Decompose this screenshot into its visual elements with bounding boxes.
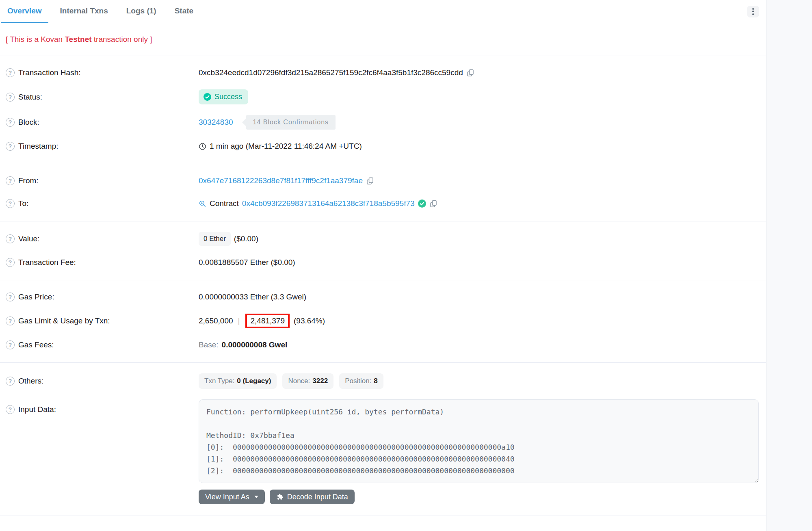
row-value: Base: 0.000000008 Gwei bbox=[199, 340, 287, 349]
to-address-link[interactable]: 0x4cb093f226983713164a62138c3f718a5b595f… bbox=[242, 199, 415, 208]
to-contract-text: Contract bbox=[210, 199, 239, 208]
kebab-dot bbox=[752, 8, 754, 10]
to-label: To: bbox=[18, 199, 28, 208]
nonce-badge: Nonce: 3222 bbox=[282, 373, 333, 389]
input-data-actions: View Input As Decode Input Data bbox=[199, 490, 759, 504]
help-icon[interactable]: ? bbox=[6, 234, 15, 243]
tab-state[interactable]: State bbox=[168, 0, 200, 23]
notice-suffix: transaction only ] bbox=[92, 35, 152, 43]
help-icon[interactable]: ? bbox=[6, 176, 15, 185]
contract-preview-magnifier-icon[interactable] bbox=[199, 200, 206, 208]
row-label: ? Status: bbox=[6, 93, 199, 102]
help-icon[interactable]: ? bbox=[6, 68, 15, 77]
help-icon[interactable]: ? bbox=[6, 258, 15, 267]
status-label: Status: bbox=[18, 93, 42, 102]
help-icon[interactable]: ? bbox=[6, 316, 15, 325]
help-icon[interactable]: ? bbox=[6, 93, 15, 102]
transaction-page: Overview Internal Txns Logs (1) State [ … bbox=[0, 0, 812, 531]
copy-icon[interactable] bbox=[429, 199, 437, 208]
gas-used-percent: (93.64%) bbox=[294, 316, 325, 325]
row-label: ? Gas Limit & Usage by Txn: bbox=[6, 316, 199, 325]
gas-fees-base-value: 0.000000008 Gwei bbox=[222, 340, 288, 349]
clock-icon bbox=[199, 143, 206, 150]
row-label: ? Block: bbox=[6, 118, 199, 127]
divider bbox=[0, 56, 766, 56]
gas-limit-label: Gas Limit & Usage by Txn: bbox=[18, 316, 110, 325]
row-input-data: ? Input Data: Function: performUpkeep(ui… bbox=[0, 399, 766, 504]
copy-icon[interactable] bbox=[466, 69, 474, 77]
transaction-hash-value: 0xcb324eedcd1d07296fdf3d215a2865275f159c… bbox=[199, 68, 463, 77]
row-label: ? To: bbox=[6, 199, 199, 208]
view-input-as-button[interactable]: View Input As bbox=[199, 490, 265, 504]
row-value: 0.0000000033 Ether (3.3 Gwei) bbox=[199, 293, 306, 301]
ether-value-badge: 0 Ether bbox=[199, 232, 231, 246]
decode-input-data-button[interactable]: Decode Input Data bbox=[270, 490, 355, 504]
help-icon[interactable]: ? bbox=[6, 142, 15, 151]
check-circle-icon bbox=[204, 93, 211, 101]
row-value: 0.0081885507 Ether ($0.00) bbox=[199, 258, 295, 267]
badge-key: Txn Type: bbox=[204, 377, 234, 385]
help-icon[interactable]: ? bbox=[6, 340, 15, 349]
help-icon[interactable]: ? bbox=[6, 405, 15, 414]
row-gas-limit-usage: ? Gas Limit & Usage by Txn: 2,650,000 | … bbox=[0, 314, 766, 328]
others-label: Others: bbox=[18, 377, 43, 386]
tab-internal-txns[interactable]: Internal Txns bbox=[54, 0, 115, 23]
row-others: ? Others: Txn Type: 0 (Legacy) Nonce: 32… bbox=[0, 373, 766, 389]
transaction-fee-value: 0.0081885507 Ether ($0.00) bbox=[199, 258, 295, 267]
row-gas-price: ? Gas Price: 0.0000000033 Ether (3.3 Gwe… bbox=[0, 291, 766, 303]
row-label: ? Transaction Fee: bbox=[6, 258, 199, 267]
from-address-link[interactable]: 0x647e7168122263d8e7f81f17fff9c2f1aa379f… bbox=[199, 176, 363, 185]
decode-input-data-label: Decode Input Data bbox=[287, 493, 348, 501]
transaction-fee-label: Transaction Fee: bbox=[18, 258, 76, 267]
row-transaction-fee: ? Transaction Fee: 0.0081885507 Ether ($… bbox=[0, 256, 766, 269]
row-value: 0xcb324eedcd1d07296fdf3d215a2865275f159c… bbox=[199, 68, 474, 77]
block-confirmations-badge: 14 Block Confirmations bbox=[246, 115, 336, 130]
badge-key: Nonce: bbox=[288, 377, 310, 385]
block-number-link[interactable]: 30324830 bbox=[199, 118, 233, 127]
transaction-hash-label: Transaction Hash: bbox=[18, 68, 80, 77]
chevron-down-icon bbox=[254, 496, 258, 498]
kebab-dot bbox=[752, 11, 754, 12]
divider bbox=[0, 516, 766, 516]
row-label: ? Others: bbox=[6, 377, 199, 386]
tab-overview[interactable]: Overview bbox=[1, 0, 48, 23]
row-value: 0 Ether ($0.00) bbox=[199, 232, 258, 246]
notice-prefix: [ This is a Kovan bbox=[6, 35, 65, 43]
testnet-notice: [ This is a Kovan Testnet transaction on… bbox=[6, 35, 766, 44]
page-background-strip bbox=[766, 0, 812, 531]
help-icon[interactable]: ? bbox=[6, 199, 15, 208]
divider bbox=[0, 164, 766, 164]
tab-bar: Overview Internal Txns Logs (1) State bbox=[0, 0, 766, 23]
copy-icon[interactable] bbox=[366, 177, 374, 185]
status-badge: Success bbox=[199, 89, 248, 104]
gas-fees-label: Gas Fees: bbox=[18, 340, 54, 349]
timestamp-label: Timestamp: bbox=[18, 142, 58, 151]
value-label: Value: bbox=[18, 234, 39, 243]
input-data-textarea[interactable]: Function: performUpkeep(uint256 id, byte… bbox=[199, 399, 759, 483]
row-block: ? Block: 30324830 14 Block Confirmations bbox=[0, 115, 766, 130]
row-value: 0x647e7168122263d8e7f81f17fff9c2f1aa379f… bbox=[199, 176, 374, 185]
gas-price-value: 0.0000000033 Ether (3.3 Gwei) bbox=[199, 293, 306, 301]
help-icon[interactable]: ? bbox=[6, 293, 15, 301]
input-data-area: Function: performUpkeep(uint256 id, byte… bbox=[199, 399, 759, 504]
row-value-eth: ? Value: 0 Ether ($0.00) bbox=[0, 232, 766, 246]
notice-highlight: Testnet bbox=[65, 35, 91, 43]
badge-value: 0 (Legacy) bbox=[237, 377, 271, 385]
row-label: ? Gas Fees: bbox=[6, 340, 199, 349]
help-icon[interactable]: ? bbox=[6, 118, 15, 127]
row-value: Txn Type: 0 (Legacy) Nonce: 3222 Positio… bbox=[199, 373, 386, 389]
row-transaction-hash: ? Transaction Hash: 0xcb324eedcd1d07296f… bbox=[0, 67, 766, 79]
help-icon[interactable]: ? bbox=[6, 377, 15, 386]
kebab-dot bbox=[752, 13, 754, 15]
row-timestamp: ? Timestamp: 1 min ago (Mar-11-2022 11:4… bbox=[0, 140, 766, 152]
badge-value: 3222 bbox=[312, 377, 328, 385]
gas-price-label: Gas Price: bbox=[18, 293, 54, 301]
transaction-card: Overview Internal Txns Logs (1) State [ … bbox=[0, 0, 766, 531]
timestamp-value: 1 min ago (Mar-11-2022 11:46:24 AM +UTC) bbox=[210, 142, 362, 151]
tab-logs[interactable]: Logs (1) bbox=[120, 0, 163, 23]
divider bbox=[0, 280, 766, 280]
more-options-button[interactable] bbox=[747, 6, 759, 17]
separator: | bbox=[238, 316, 240, 325]
gas-used-value: 2,481,379 bbox=[250, 316, 285, 325]
gas-used-annotation-box: 2,481,379 bbox=[245, 314, 290, 328]
